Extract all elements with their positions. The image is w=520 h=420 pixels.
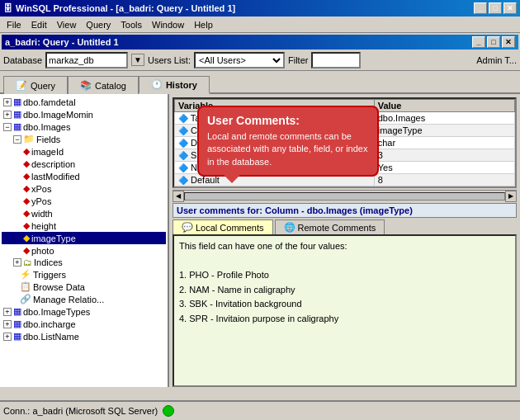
sub-tab-remote[interactable]: 🌐 Remote Comments bbox=[275, 219, 385, 234]
title-bar-buttons[interactable]: _ □ ✕ bbox=[474, 2, 517, 14]
database-input[interactable] bbox=[45, 52, 128, 68]
table-icon-imagetypes: ▦ bbox=[13, 306, 21, 317]
table-icon-imagemomin: ▦ bbox=[13, 109, 21, 120]
expand-fields[interactable]: − bbox=[13, 135, 21, 144]
tree-item-imagemomin[interactable]: + ▦ dbo.ImageMomin bbox=[2, 108, 166, 120]
expand-incharge[interactable]: + bbox=[3, 320, 12, 328]
tree-item-ypos[interactable]: ◆ yPos bbox=[2, 195, 166, 207]
tree-item-browse[interactable]: 📋 Browse Data bbox=[2, 281, 166, 293]
tree-item-description[interactable]: ◆ description bbox=[2, 158, 166, 170]
mdi-title-text: a_badri: Query - Untitled 1 bbox=[5, 37, 119, 47]
sub-tab-local[interactable]: 💬 Local Comments bbox=[173, 219, 273, 234]
field-icon-photo: ◆ bbox=[23, 245, 30, 256]
admin-label: Admin T... bbox=[476, 55, 517, 65]
tree-label-imagemomin: dbo.ImageMomin bbox=[23, 110, 93, 120]
tree-label-famdetal: dbo.famdetal bbox=[23, 97, 76, 107]
status-text: Conn.: a_badri (Microsoft SQL Server) bbox=[3, 406, 158, 416]
menu-edit[interactable]: Edit bbox=[26, 18, 52, 31]
users-list-label: Users List: bbox=[148, 55, 191, 65]
tree-item-incharge[interactable]: + ▦ dbo.incharge bbox=[2, 318, 166, 330]
tree-item-listname[interactable]: + ▦ dbo.ListName bbox=[2, 330, 166, 342]
tree-item-xpos[interactable]: ◆ xPos bbox=[2, 182, 166, 195]
expand-famdetal[interactable]: + bbox=[3, 98, 12, 106]
catalog-tab-label: Catalog bbox=[95, 81, 126, 91]
tree-label-listname: dbo.ListName bbox=[23, 332, 79, 342]
triggers-icon: ⚡ bbox=[20, 269, 31, 280]
scroll-track[interactable] bbox=[184, 192, 505, 201]
comment-area: This field can have one of the four valu… bbox=[173, 234, 517, 387]
main-tabs: 📝 Query 📚 Catalog 🕐 History bbox=[0, 71, 520, 94]
local-comments-icon: 💬 bbox=[182, 222, 193, 233]
expand-imagemomin[interactable]: + bbox=[3, 111, 12, 119]
tab-catalog[interactable]: 📚 Catalog bbox=[68, 76, 139, 94]
row-icon-2: 🔷 bbox=[178, 139, 188, 148]
app-icon: 🗄 bbox=[3, 3, 12, 13]
query-tab-icon: 📝 bbox=[16, 80, 27, 91]
tree-item-height[interactable]: ◆ height bbox=[2, 219, 166, 232]
toolbar: Database ▼ Users List: <All Users> Filte… bbox=[0, 50, 520, 71]
tooltip-title: User Comments: bbox=[207, 114, 369, 127]
table-icon-images: ▦ bbox=[13, 121, 21, 132]
field-icon-lastmodified: ◆ bbox=[23, 171, 30, 182]
tree-label-incharge: dbo.incharge bbox=[23, 319, 76, 329]
tree-item-width[interactable]: ◆ width bbox=[2, 207, 166, 219]
tree-label-width: width bbox=[31, 209, 53, 219]
comment-label: User comments for: Column - dbo.Images (… bbox=[173, 203, 517, 218]
tree-item-indices[interactable]: + 🗂 Indices bbox=[2, 257, 166, 268]
tree-label-indices: Indices bbox=[34, 257, 63, 267]
table-icon-incharge: ▦ bbox=[13, 319, 21, 329]
tree-item-manage[interactable]: 🔗 Manage Relatio... bbox=[2, 293, 166, 305]
menu-window[interactable]: Window bbox=[147, 18, 189, 31]
tree-label-browse: Browse Data bbox=[33, 282, 85, 292]
tree-label-xpos: xPos bbox=[31, 184, 51, 194]
tooltip-bubble: User Comments: Local and remote comments… bbox=[197, 106, 379, 177]
menu-query[interactable]: Query bbox=[81, 18, 116, 31]
tree-item-lastmodified[interactable]: ◆ lastModified bbox=[2, 170, 166, 182]
tree-item-imagetypes[interactable]: + ▦ dbo.ImageTypes bbox=[2, 305, 166, 318]
tree-item-imageid[interactable]: ◆ imageId bbox=[2, 145, 166, 158]
scroll-right-btn[interactable]: ▶ bbox=[505, 191, 517, 202]
tree-label-images: dbo.Images bbox=[23, 122, 70, 132]
tree-item-famdetal[interactable]: + ▦ dbo.famdetal bbox=[2, 96, 166, 108]
scroll-left-btn[interactable]: ◀ bbox=[173, 191, 184, 202]
tree-item-photo[interactable]: ◆ photo bbox=[2, 244, 166, 257]
catalog-tab-icon: 📚 bbox=[80, 80, 92, 91]
close-button[interactable]: ✕ bbox=[503, 2, 517, 14]
tree-label-description: description bbox=[31, 159, 75, 169]
tab-query[interactable]: 📝 Query bbox=[3, 76, 68, 94]
tree-item-triggers[interactable]: ⚡ Triggers bbox=[2, 268, 166, 281]
status-bar: Conn.: a_badri (Microsoft SQL Server) bbox=[0, 400, 520, 420]
field-icon-ypos: ◆ bbox=[23, 196, 30, 206]
tab-history[interactable]: 🕐 History bbox=[139, 76, 210, 94]
mdi-minimize[interactable]: _ bbox=[472, 36, 485, 48]
minimize-button[interactable]: _ bbox=[474, 2, 487, 14]
expand-images[interactable]: − bbox=[3, 123, 12, 131]
users-list-select[interactable]: <All Users> bbox=[194, 52, 285, 68]
field-icon-width: ◆ bbox=[23, 208, 30, 219]
database-dropdown[interactable]: ▼ bbox=[131, 54, 144, 66]
menu-view[interactable]: View bbox=[52, 18, 82, 31]
indices-icon: 🗂 bbox=[23, 257, 32, 267]
maximize-button[interactable]: □ bbox=[489, 2, 502, 14]
expand-listname[interactable]: + bbox=[3, 333, 12, 341]
expand-imagetypes[interactable]: + bbox=[3, 308, 12, 316]
tree-label-imageid: imageId bbox=[31, 147, 64, 157]
title-bar-text: WinSQL Professional - [a_badri: Query - … bbox=[16, 3, 235, 13]
tree-item-fields[interactable]: − 📁 Fields bbox=[2, 133, 166, 145]
row-icon-0: 🔷 bbox=[178, 114, 188, 123]
menu-file[interactable]: File bbox=[2, 18, 26, 31]
filter-input[interactable] bbox=[311, 52, 361, 68]
tree-item-imagetype[interactable]: ◆ imageType bbox=[2, 232, 166, 244]
menu-help[interactable]: Help bbox=[189, 18, 218, 31]
mdi-close[interactable]: ✕ bbox=[502, 36, 515, 48]
menu-tools[interactable]: Tools bbox=[116, 18, 147, 31]
history-tab-label: History bbox=[166, 80, 197, 90]
filter-label: Filter bbox=[288, 55, 308, 65]
col-value: Value bbox=[374, 100, 514, 112]
expand-indices[interactable]: + bbox=[13, 258, 21, 267]
table-icon-listname: ▦ bbox=[13, 331, 21, 342]
grid-scrollbar[interactable]: ◀ ▶ bbox=[173, 190, 517, 201]
mdi-restore[interactable]: □ bbox=[487, 36, 500, 48]
tree-item-images[interactable]: − ▦ dbo.Images bbox=[2, 120, 166, 133]
browse-icon: 📋 bbox=[20, 281, 31, 292]
